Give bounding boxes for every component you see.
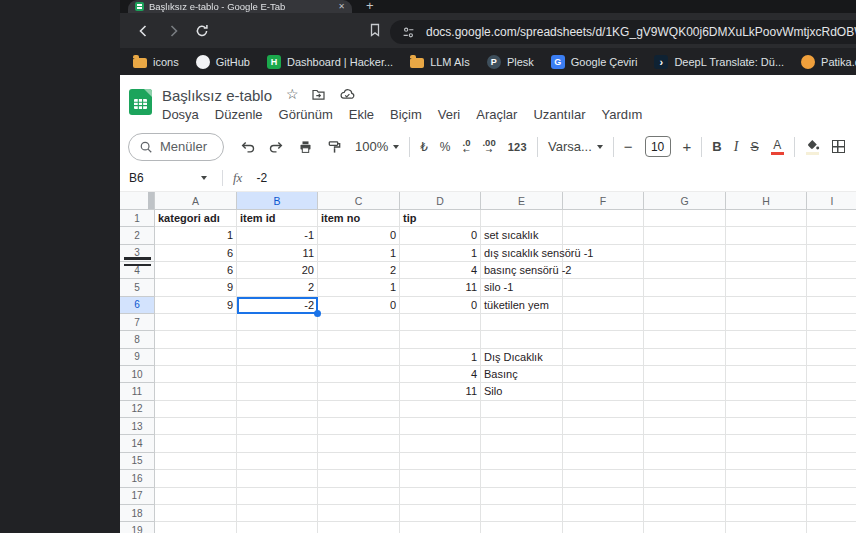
column-header-g[interactable]: G [644,192,726,210]
increase-decimals-button[interactable]: .00→ [476,134,501,160]
cell-G13[interactable] [644,418,726,435]
cell-F6[interactable] [563,297,644,314]
cell-C2[interactable]: 0 [318,227,400,244]
row-header-2[interactable]: 2 [120,227,155,244]
cell-E16[interactable] [481,470,563,487]
cell-I16[interactable] [807,470,856,487]
row-header-9[interactable]: 9 [120,349,155,366]
row-header-11[interactable]: 11 [120,383,155,400]
formula-input[interactable]: -2 [256,171,267,185]
cell-B12[interactable] [237,401,318,418]
cell-H4[interactable] [726,262,807,279]
cell-H11[interactable] [726,383,807,400]
cell-D11[interactable]: 11 [400,383,481,400]
cell-A10[interactable] [155,366,237,383]
row-header-16[interactable]: 16 [120,470,155,487]
column-header-i[interactable]: I [807,192,856,210]
cell-B13[interactable] [237,418,318,435]
cell-A13[interactable] [155,418,237,435]
bookmark-deepl-translate-du[interactable]: ›DeepL Translate: Dü... [654,55,784,69]
menu-uzantilar[interactable]: Uzantılar [525,105,593,124]
address-bar[interactable]: docs.google.com/spreadsheets/d/1KG_gV9WQ… [390,20,856,44]
bookmark-plesk[interactable]: PPlesk [487,55,534,69]
row-header-12[interactable]: 12 [120,401,155,418]
bookmark-patika-dev[interactable]: Patika.dev [801,55,856,69]
row-resize-indicator[interactable] [124,264,151,267]
cell-F9[interactable] [563,349,644,366]
cell-I6[interactable] [807,297,856,314]
menu-dosya[interactable]: Dosya [154,105,207,124]
cell-C9[interactable] [318,349,400,366]
undo-icon[interactable] [233,134,262,160]
cell-H5[interactable] [726,279,807,296]
row-header-14[interactable]: 14 [120,435,155,452]
name-box[interactable]: B6 [120,171,216,185]
cell-I17[interactable] [807,488,856,505]
cell-B15[interactable] [237,453,318,470]
cell-A16[interactable] [155,470,237,487]
cell-G1[interactable] [644,210,726,227]
cell-I7[interactable] [807,314,856,331]
row-header-15[interactable]: 15 [120,453,155,470]
column-header-a[interactable]: A [155,192,237,210]
cell-G14[interactable] [644,435,726,452]
cell-H16[interactable] [726,470,807,487]
row-header-1[interactable]: 1 [120,210,155,227]
fill-color-button[interactable] [799,134,826,160]
cell-D6[interactable]: 0 [400,297,481,314]
cell-H8[interactable] [726,331,807,348]
cell-C15[interactable] [318,453,400,470]
cell-E2[interactable]: set sıcaklık [481,227,563,244]
cell-F18[interactable] [563,505,644,522]
cell-A6[interactable]: 9 [155,297,237,314]
bold-button[interactable]: B [706,134,727,160]
cell-I11[interactable] [807,383,856,400]
cell-D15[interactable] [400,453,481,470]
format-percent-button[interactable]: % [434,134,457,160]
cell-A11[interactable] [155,383,237,400]
cell-I4[interactable] [807,262,856,279]
cell-D8[interactable] [400,331,481,348]
row-header-18[interactable]: 18 [120,505,155,522]
cell-F5[interactable] [563,279,644,296]
cell-H12[interactable] [726,401,807,418]
cell-F1[interactable] [563,210,644,227]
cell-G2[interactable] [644,227,726,244]
column-header-b[interactable]: B [237,192,318,210]
cell-C12[interactable] [318,401,400,418]
cell-F10[interactable] [563,366,644,383]
cell-D13[interactable] [400,418,481,435]
cell-B2[interactable]: -1 [237,227,318,244]
cell-D4[interactable]: 4 [400,262,481,279]
saved-cloud-icon[interactable] [338,86,356,102]
cell-G6[interactable] [644,297,726,314]
redo-icon[interactable] [262,134,291,160]
cell-B6[interactable]: -2 [237,297,318,314]
cell-D1[interactable]: tip [400,210,481,227]
cell-I18[interactable] [807,505,856,522]
cell-I12[interactable] [807,401,856,418]
row-header-5[interactable]: 5 [120,279,155,296]
cell-G19[interactable] [644,522,726,533]
menus-search-pill[interactable]: Menüler [128,133,224,161]
row-header-8[interactable]: 8 [120,331,155,348]
cell-F12[interactable] [563,401,644,418]
menu-veri[interactable]: Veri [430,105,468,124]
cell-C19[interactable] [318,522,400,533]
cell-B7[interactable] [237,314,318,331]
cell-D14[interactable] [400,435,481,452]
row-header-13[interactable]: 13 [120,418,155,435]
cell-G17[interactable] [644,488,726,505]
cell-C6[interactable]: 0 [318,297,400,314]
cell-H9[interactable] [726,349,807,366]
increase-font-size-button[interactable]: + [677,134,698,160]
cell-C4[interactable]: 2 [318,262,400,279]
cell-G9[interactable] [644,349,726,366]
new-tab-button[interactable]: + [366,0,374,13]
cell-H6[interactable] [726,297,807,314]
cell-E14[interactable] [481,435,563,452]
cell-G8[interactable] [644,331,726,348]
cell-B14[interactable] [237,435,318,452]
cell-H3[interactable] [726,245,807,262]
cell-F17[interactable] [563,488,644,505]
